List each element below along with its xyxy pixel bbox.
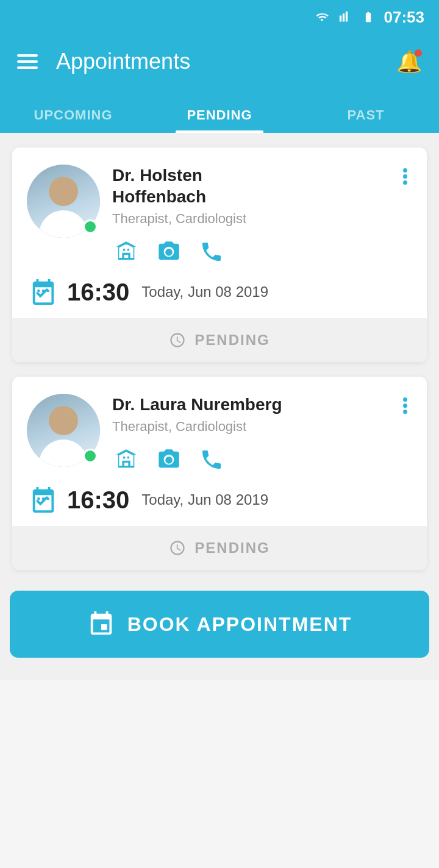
card-footer-1: PENDING — [12, 318, 427, 362]
tab-past[interactable]: PAST — [293, 107, 439, 133]
doctor-name-2: Dr. Laura Nuremberg — [112, 394, 386, 415]
status-bar: 07:53 — [0, 0, 439, 34]
card-body-1: Dr. Holsten Hoffenbach Therapist, Cardio… — [12, 148, 427, 318]
svg-rect-2 — [125, 243, 127, 244]
pending-clock-icon-1 — [169, 332, 186, 349]
calendar-check-icon-2 — [29, 486, 57, 514]
tabs-bar: UPCOMING PENDING PAST — [0, 89, 439, 133]
online-indicator-1 — [83, 219, 98, 234]
status-icons — [313, 11, 377, 23]
avatar-wrapper-2 — [27, 394, 100, 467]
tab-upcoming[interactable]: UPCOMING — [0, 107, 146, 133]
svg-rect-5 — [127, 457, 129, 458]
calendar-check-icon-1 — [29, 278, 57, 306]
clinic-icon[interactable] — [112, 238, 140, 266]
action-icons-2 — [112, 446, 386, 474]
main-content: Dr. Holsten Hoffenbach Therapist, Cardio… — [0, 133, 439, 585]
clinic-icon-2[interactable] — [112, 446, 140, 474]
svg-point-6 — [165, 457, 173, 464]
doctor-info-2: Dr. Laura Nuremberg Therapist, Cardiolog… — [112, 394, 386, 474]
svg-rect-0 — [123, 249, 125, 251]
svg-rect-1 — [127, 249, 129, 251]
more-options-2[interactable] — [398, 394, 412, 414]
menu-icon[interactable] — [17, 54, 38, 69]
status-time: 07:53 — [384, 8, 425, 27]
appointment-card-2: Dr. Laura Nuremberg Therapist, Cardiolog… — [12, 377, 427, 570]
phone-icon-1[interactable] — [198, 238, 226, 266]
header: Appointments 🔔 — [0, 34, 439, 89]
doctor-row-2: Dr. Laura Nuremberg Therapist, Cardiolog… — [27, 394, 412, 474]
card-footer-2: PENDING — [12, 526, 427, 570]
battery-icon — [360, 11, 377, 23]
avatar-wrapper-1 — [27, 165, 100, 238]
more-options-1[interactable] — [398, 165, 412, 185]
appointment-card-1: Dr. Holsten Hoffenbach Therapist, Cardio… — [12, 148, 427, 362]
appointment-time-row-1: 16:30 Today, Jun 08 2019 — [27, 278, 412, 306]
card-body-2: Dr. Laura Nuremberg Therapist, Cardiolog… — [12, 377, 427, 526]
signal-icon — [337, 11, 354, 23]
doctor-info-1: Dr. Holsten Hoffenbach Therapist, Cardio… — [112, 165, 386, 266]
pending-status-2: PENDING — [195, 539, 269, 557]
pending-status-1: PENDING — [195, 332, 269, 349]
pending-clock-icon-2 — [169, 539, 186, 557]
doctor-spec-2: Therapist, Cardiologist — [112, 419, 386, 435]
svg-rect-4 — [123, 457, 125, 458]
doctor-row-1: Dr. Holsten Hoffenbach Therapist, Cardio… — [27, 165, 412, 266]
notification-dot — [415, 49, 422, 57]
appointment-time-1: 16:30 — [67, 279, 129, 306]
notification-bell[interactable]: 🔔 — [396, 49, 422, 74]
book-btn-label: BOOK APPOINTMENT — [127, 613, 352, 636]
book-btn-wrapper: BOOK APPOINTMENT — [0, 585, 439, 680]
phone-icon-2[interactable] — [198, 446, 226, 474]
wifi-icon — [313, 11, 330, 23]
camera-icon-2[interactable] — [155, 446, 183, 474]
book-calendar-icon — [87, 610, 115, 638]
appointment-date-2: Today, Jun 08 2019 — [141, 491, 268, 508]
page-title: Appointments — [56, 49, 396, 74]
book-appointment-button[interactable]: BOOK APPOINTMENT — [10, 591, 429, 658]
tab-pending[interactable]: PENDING — [146, 107, 293, 133]
camera-icon[interactable] — [155, 238, 183, 266]
online-indicator-2 — [83, 449, 98, 463]
appointment-time-row-2: 16:30 Today, Jun 08 2019 — [27, 486, 412, 514]
appointment-date-1: Today, Jun 08 2019 — [141, 283, 268, 301]
action-icons-1 — [112, 238, 386, 266]
appointment-time-2: 16:30 — [67, 486, 129, 514]
doctor-name-1: Dr. Holsten Hoffenbach — [112, 165, 386, 207]
svg-point-3 — [165, 249, 173, 256]
doctor-spec-1: Therapist, Cardiologist — [112, 211, 386, 227]
